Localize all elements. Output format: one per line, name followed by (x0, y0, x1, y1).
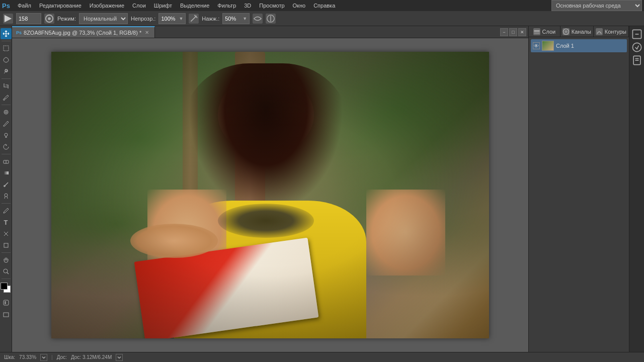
menu-bar: Ps Файл Редактирование Изображение Слои … (0, 0, 644, 11)
doc-close-btn[interactable]: ✕ (518, 28, 526, 36)
type-tool[interactable]: T (1, 217, 12, 228)
svg-rect-4 (4, 46, 9, 51)
menu-edit[interactable]: Редактирование (36, 2, 85, 10)
menu-select[interactable]: Выделение (177, 2, 213, 10)
layer-item[interactable]: 👁 Слой 1 (531, 39, 627, 52)
layers-tab[interactable]: Слои (529, 26, 560, 37)
menu-layers[interactable]: Слои (129, 2, 149, 10)
left-toolbar: T (0, 26, 12, 352)
doc-ps-badge: Ps (16, 30, 22, 35)
airbrush-icon[interactable] (189, 14, 199, 24)
menu-font[interactable]: Шрифт (150, 2, 176, 10)
content-pane: Ps 8ZOA8FN5Aug.jpg @ 73,3% (Слой 1, RGB/… (12, 26, 528, 352)
opacity-input[interactable]: ▼ (158, 13, 186, 24)
status-separator: | (51, 354, 53, 360)
svg-rect-19 (534, 30, 539, 32)
options-bar: 158 Режим: Нормальный Непрозр.: ▼ Нажж.:… (0, 11, 644, 26)
mode-label: Режим: (57, 16, 76, 22)
path-selection-tool[interactable] (1, 228, 12, 239)
tablet-pressure-icon[interactable] (266, 14, 276, 24)
foreground-color[interactable] (1, 283, 8, 290)
move-tool[interactable] (1, 28, 12, 39)
healing-brush-tool[interactable] (1, 107, 12, 118)
layer-thumbnail (542, 41, 554, 51)
main-area: T (0, 26, 644, 352)
hand-tool[interactable] (1, 254, 12, 265)
channels-tab-label: Каналы (572, 29, 591, 35)
right-panels: Слои Каналы Контуры (528, 26, 629, 352)
menu-file[interactable]: Файл (14, 2, 35, 10)
panel-side-icon-1[interactable] (631, 28, 643, 40)
panel-side-icon-2[interactable] (631, 41, 643, 53)
svg-rect-10 (4, 171, 9, 174)
magic-wand-tool[interactable] (1, 66, 12, 77)
doc-tab-close-btn[interactable]: ✕ (143, 29, 150, 36)
menu-3d[interactable]: 3D (240, 2, 255, 10)
flow-input[interactable]: ▼ (222, 13, 250, 24)
menu-image[interactable]: Изображение (86, 2, 128, 10)
canvas-container (51, 52, 489, 338)
brush-tool[interactable] (1, 118, 12, 129)
canvas-area[interactable] (12, 38, 528, 352)
document-tab-bar: Ps 8ZOA8FN5Aug.jpg @ 73,3% (Слой 1, RGB/… (12, 26, 528, 38)
layers-list: 👁 Слой 1 (529, 37, 629, 55)
layer-name: Слой 1 (556, 43, 574, 49)
doc-size-value: Доc: 3.12M/6.24M (71, 354, 112, 360)
flow-label: Нажж.: (202, 16, 219, 22)
screen-mode-btn[interactable] (1, 309, 12, 320)
svg-line-15 (7, 273, 9, 274)
pen-tool[interactable] (1, 205, 12, 216)
paths-tab-icon (596, 28, 603, 35)
paths-tab[interactable]: Контуры (594, 26, 629, 37)
panel-side-icon-3[interactable] (631, 54, 643, 66)
ps-logo: Ps (2, 2, 10, 10)
doc-tab-title: 8ZOA8FN5Aug.jpg @ 73,3% (Слой 1, RGB/8) … (24, 30, 141, 36)
status-zoom-label: Шка: (4, 354, 15, 360)
foreground-background-colors[interactable] (1, 283, 12, 294)
svg-point-5 (3, 99, 5, 101)
document-tab[interactable]: Ps 8ZOA8FN5Aug.jpg @ 73,3% (Слой 1, RGB/… (12, 26, 155, 38)
menu-filter[interactable]: Фильтр (214, 2, 239, 10)
layer-visibility-toggle[interactable]: 👁 (533, 42, 540, 49)
vignette-overlay (51, 52, 489, 338)
menu-view[interactable]: Просмотр (256, 2, 288, 10)
paths-tab-label: Контуры (605, 29, 626, 35)
workspace-selector[interactable]: Основная рабочая среда (551, 0, 642, 11)
blur-tool[interactable] (1, 179, 12, 190)
svg-point-12 (5, 194, 8, 197)
zoom-options-btn[interactable] (40, 354, 47, 361)
svg-point-14 (4, 269, 8, 273)
menu-help[interactable]: Справка (310, 2, 339, 10)
clone-stamp-tool[interactable] (1, 130, 12, 141)
shape-tool[interactable] (1, 240, 12, 251)
svg-point-1 (48, 17, 51, 20)
quick-mask-btn[interactable] (1, 297, 12, 308)
eraser-tool[interactable] (1, 156, 12, 167)
marquee-tool[interactable] (1, 43, 12, 54)
zoom-tool[interactable] (1, 266, 12, 277)
panel-tab-bar: Слои Каналы Контуры (529, 26, 629, 37)
brush-size-input[interactable]: 158 (16, 13, 41, 24)
brush-size-slider-icon[interactable] (44, 14, 54, 24)
dodge-tool[interactable] (1, 191, 12, 202)
doc-info-options-btn[interactable] (116, 354, 123, 361)
svg-rect-18 (4, 313, 9, 317)
airbrush-toggle[interactable] (253, 14, 263, 24)
crop-tool[interactable] (1, 80, 12, 92)
svg-rect-17 (5, 301, 6, 304)
channels-tab[interactable]: Каналы (560, 26, 594, 37)
svg-point-25 (632, 43, 641, 51)
doc-minimize-btn[interactable]: − (500, 28, 508, 36)
gradient-tool[interactable] (1, 167, 12, 178)
doc-size-label: Доc: (57, 354, 67, 360)
menu-window[interactable]: Окно (289, 2, 309, 10)
history-brush-tool[interactable] (1, 141, 12, 152)
lasso-tool[interactable] (1, 54, 12, 65)
blend-mode-select[interactable]: Нормальный (79, 13, 128, 24)
right-section: Слои Каналы Контуры (528, 26, 644, 352)
svg-point-22 (565, 30, 568, 33)
doc-maximize-btn[interactable]: □ (509, 28, 517, 36)
eyedropper-tool[interactable] (1, 92, 12, 103)
doc-window-controls: − □ ✕ (500, 28, 528, 36)
tool-preset-icon[interactable] (3, 14, 13, 24)
